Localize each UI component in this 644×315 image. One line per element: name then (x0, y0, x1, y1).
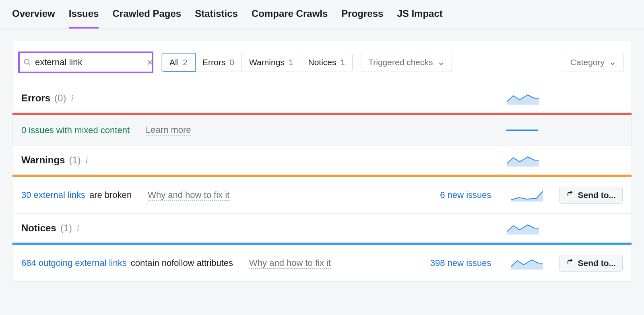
filter-label: All (169, 58, 179, 67)
search-input[interactable] (35, 57, 146, 68)
tab-issues[interactable]: Issues (69, 8, 99, 28)
filter-warnings[interactable]: Warnings 1 (242, 53, 301, 72)
toolbar: All 2 Errors 0 Warnings 1 Notices 1 Trig… (12, 41, 632, 84)
why-how-link[interactable]: Why and how to fix it (249, 258, 331, 269)
sparkline-icon (511, 257, 543, 270)
issue-row-mixed-content: 0 issues with mixed content Learn more (12, 115, 632, 146)
filter-label: Errors (202, 58, 225, 67)
tab-overview[interactable]: Overview (12, 8, 55, 28)
issues-panel: All 2 Errors 0 Warnings 1 Notices 1 Trig… (12, 41, 632, 282)
svg-point-0 (25, 60, 29, 64)
filter-count: 1 (341, 58, 345, 67)
issue-text-rest: are broken (89, 190, 132, 200)
filter-notices[interactable]: Notices 1 (301, 53, 353, 72)
why-how-link[interactable]: Why and how to fix it (148, 190, 229, 201)
sparkline-icon (507, 154, 539, 167)
issue-row-broken-links: 30 external links are broken Why and how… (12, 177, 632, 214)
filter-label: Warnings (249, 58, 285, 67)
main-tabs: Overview Issues Crawled Pages Statistics… (0, 0, 644, 29)
section-count: (1) (69, 154, 80, 166)
issue-text-rest: contain nofollow attributes (131, 258, 233, 268)
tab-progress[interactable]: Progress (341, 8, 383, 28)
filter-errors[interactable]: Errors 0 (195, 53, 242, 72)
filter-count: 2 (183, 58, 188, 67)
search-clear-button[interactable] (146, 58, 155, 67)
share-icon (566, 190, 574, 200)
new-issues-link[interactable]: 398 new issues (430, 258, 491, 268)
tab-compare-crawls[interactable]: Compare Crawls (252, 8, 328, 28)
section-title: Errors (21, 93, 50, 104)
info-icon[interactable]: i (71, 94, 73, 103)
issue-link: 0 issues with mixed content (21, 125, 130, 136)
issue-row-nofollow: 684 outgoing external links contain nofo… (12, 245, 632, 281)
tab-js-impact[interactable]: JS Impact (397, 8, 442, 28)
tab-statistics[interactable]: Statistics (195, 8, 238, 28)
filter-all[interactable]: All 2 (161, 53, 196, 72)
search-box (18, 51, 153, 73)
filter-group: All 2 Errors 0 Warnings 1 Notices 1 (161, 53, 353, 72)
category-dropdown[interactable]: Category (563, 53, 623, 72)
section-title: Notices (21, 222, 56, 234)
chevron-down-icon (438, 59, 444, 66)
send-to-button[interactable]: Send to... (559, 187, 623, 204)
filter-count: 1 (289, 58, 293, 67)
filter-count: 0 (229, 58, 234, 67)
sparkline-icon (507, 92, 539, 105)
send-to-label: Send to... (578, 190, 616, 200)
info-icon[interactable]: i (86, 156, 88, 165)
section-header-errors: Errors (0) i (12, 84, 632, 113)
svg-line-1 (29, 64, 30, 65)
triggered-checks-dropdown[interactable]: Triggered checks (361, 53, 452, 72)
section-count: (1) (60, 222, 72, 234)
info-icon[interactable]: i (77, 224, 79, 233)
section-header-notices: Notices (1) i (12, 214, 632, 243)
section-title: Warnings (21, 154, 65, 166)
dropdown-label: Category (570, 58, 605, 67)
share-icon (566, 258, 574, 268)
issue-link[interactable]: 30 external links (21, 190, 85, 200)
search-icon (23, 58, 32, 67)
sparkline-flat-icon (506, 130, 538, 131)
sparkline-icon (511, 189, 543, 202)
section-header-warnings: Warnings (1) i (12, 146, 632, 175)
learn-more-link[interactable]: Learn more (146, 125, 191, 136)
tab-crawled-pages[interactable]: Crawled Pages (112, 8, 181, 28)
chevron-down-icon (609, 59, 616, 66)
send-to-button[interactable]: Send to... (559, 255, 623, 272)
send-to-label: Send to... (578, 258, 616, 268)
filter-label: Notices (308, 58, 336, 67)
sparkline-icon (507, 222, 539, 235)
section-count: (0) (54, 93, 66, 104)
dropdown-label: Triggered checks (368, 58, 433, 67)
new-issues-link[interactable]: 6 new issues (440, 190, 491, 200)
issue-link[interactable]: 684 outgoing external links (21, 258, 127, 268)
